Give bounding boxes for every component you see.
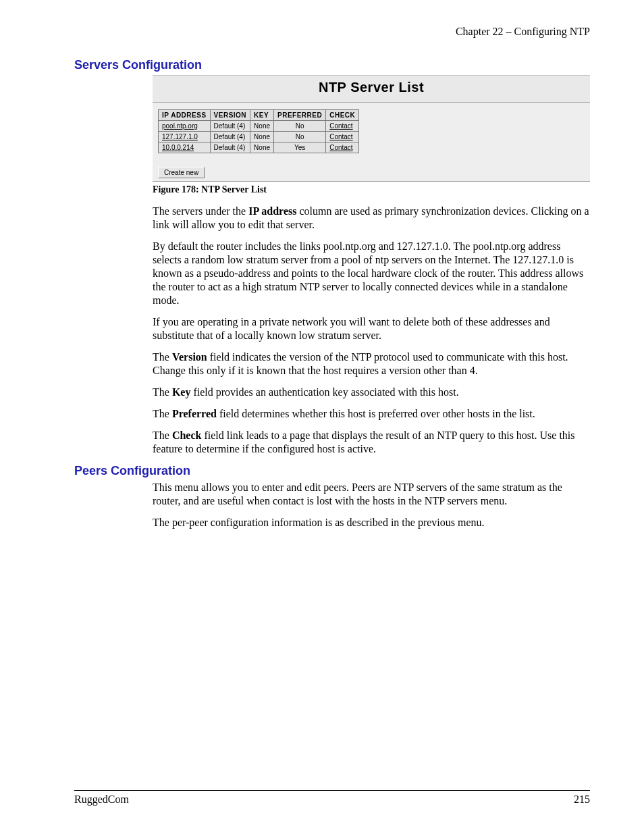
paragraph: The Version field indicates the version … (153, 350, 590, 377)
cell-version: Default (4) (210, 142, 250, 153)
table-row: 10.0.0.214 Default (4) None Yes Contact (159, 142, 359, 153)
ip-link[interactable]: 127.127.1.0 (162, 133, 198, 140)
paragraph: This menu allows you to enter and edit p… (153, 481, 590, 508)
ip-link[interactable]: pool.ntp.org (162, 122, 198, 130)
cell-version: Default (4) (210, 121, 250, 132)
footer-page-number: 215 (574, 793, 590, 806)
cell-key: None (250, 121, 274, 132)
table-header-row: IP ADDRESS VERSION KEY PREFERRED CHECK (159, 110, 359, 121)
ntp-server-figure: NTP Server List IP ADDRESS VERSION KEY P… (153, 75, 590, 182)
paragraph: If you are operating in a private networ… (153, 315, 590, 342)
ntp-server-table: IP ADDRESS VERSION KEY PREFERRED CHECK p… (158, 109, 359, 153)
footer-left: RuggedCom (74, 793, 129, 806)
contact-link[interactable]: Contact (329, 144, 352, 151)
table-row: pool.ntp.org Default (4) None No Contact (159, 121, 359, 132)
create-new-button[interactable]: Create new (158, 167, 205, 178)
chapter-header: Chapter 22 – Configuring NTP (74, 26, 590, 38)
contact-link[interactable]: Contact (329, 122, 352, 130)
text: The servers under the (153, 205, 248, 217)
col-key: KEY (250, 110, 274, 121)
text: The (153, 351, 172, 363)
cell-version: Default (4) (210, 132, 250, 142)
cell-key: None (250, 132, 274, 142)
bold-text: Key (172, 386, 191, 398)
text: field determines whether this host is pr… (217, 408, 535, 419)
col-preferred: PREFERRED (274, 110, 326, 121)
peers-config-heading: Peers Configuration (74, 464, 590, 478)
text: field indicates the version of the NTP p… (153, 351, 568, 376)
cell-preferred: No (274, 132, 326, 142)
paragraph: By default the router includes the links… (153, 240, 590, 307)
cell-key: None (250, 142, 274, 153)
figure-caption: Figure 178: NTP Server List (153, 184, 590, 195)
text: The (153, 408, 172, 419)
paragraph: The Check field link leads to a page tha… (153, 429, 590, 456)
servers-config-heading: Servers Configuration (74, 58, 590, 72)
bold-text: Preferred (172, 408, 217, 419)
text: The (153, 386, 172, 398)
col-version: VERSION (210, 110, 250, 121)
bold-text: Version (172, 351, 207, 363)
paragraph: The Key field provides an authentication… (153, 386, 590, 399)
contact-link[interactable]: Contact (329, 133, 352, 140)
text: field provides an authentication key ass… (190, 386, 458, 398)
bold-text: Check (172, 429, 202, 441)
ip-link[interactable]: 10.0.0.214 (162, 144, 194, 151)
page-footer: RuggedCom 215 (74, 790, 590, 806)
table-row: 127.127.1.0 Default (4) None No Contact (159, 132, 359, 142)
text: The (153, 429, 172, 441)
text: field link leads to a page that displays… (153, 429, 575, 454)
col-check: CHECK (326, 110, 359, 121)
paragraph: The per-peer configuration information i… (153, 516, 590, 529)
figure-title: NTP Server List (153, 76, 590, 103)
paragraph: The Preferred field determines whether t… (153, 407, 590, 421)
cell-preferred: No (274, 121, 326, 132)
bold-text: IP address (248, 205, 296, 217)
col-ip: IP ADDRESS (159, 110, 211, 121)
cell-preferred: Yes (274, 142, 326, 153)
paragraph: The servers under the IP address column … (153, 205, 590, 232)
